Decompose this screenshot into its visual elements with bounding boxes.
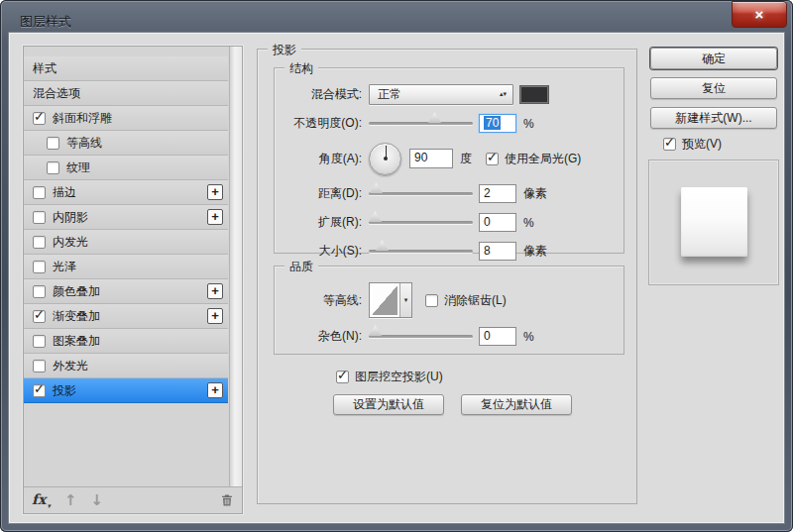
size-slider[interactable] [369, 250, 473, 253]
check-icon: ✓ [34, 109, 45, 124]
title-bar[interactable]: 图层样式 × [0, 0, 793, 32]
quality-group-title: 品质 [284, 259, 318, 275]
sidebar-item-pattern-overlay[interactable]: 图案叠加 [24, 329, 228, 354]
angle-dial[interactable] [369, 143, 401, 175]
delete-effect-button[interactable] [220, 493, 234, 507]
sidebar-item-label: 投影 [53, 382, 76, 399]
effects-list-scrollbar[interactable] [229, 47, 242, 486]
checkbox[interactable]: ✓ [336, 371, 349, 383]
layer-knockout-checkbox[interactable]: ✓ 图层挖空投影(U) [336, 369, 443, 385]
spread-input[interactable]: 0 [479, 213, 516, 232]
sidebar-item-drop-shadow[interactable]: ✓ 投影 + [24, 378, 228, 403]
sidebar-item-contour[interactable]: 等高线 [24, 131, 228, 156]
checkbox[interactable]: ✓ [33, 310, 46, 323]
sidebar-item-label: 样式 [33, 60, 57, 77]
contour-picker[interactable]: ▾ [369, 282, 412, 318]
fx-label: fx [32, 491, 46, 507]
add-effect-button[interactable]: + [207, 283, 223, 299]
add-effect-button[interactable]: + [207, 184, 223, 200]
move-effect-down-button[interactable]: ↓ [90, 491, 103, 509]
sidebar-item-satin[interactable]: 光泽 [24, 255, 228, 279]
sidebar-item-label: 内发光 [53, 234, 88, 251]
checkbox[interactable] [33, 335, 46, 348]
anti-alias-checkbox[interactable]: 消除锯齿(L) [425, 292, 507, 309]
opacity-row: 不透明度(O): 70 % [275, 111, 623, 136]
sidebar-item-label: 外发光 [53, 358, 88, 374]
defaults-button-row: 设置为默认值 复位为默认值 [333, 394, 572, 415]
style-preview-panel [648, 160, 779, 285]
sidebar-item-label: 纹理 [66, 160, 90, 176]
move-effect-up-button[interactable]: ↑ [64, 491, 77, 509]
sidebar-item-outer-glow[interactable]: 外发光 [24, 354, 228, 378]
opacity-input[interactable]: 70 [479, 114, 516, 133]
close-button[interactable]: × [732, 1, 787, 28]
checkbox[interactable] [47, 161, 59, 174]
slider-thumb[interactable] [369, 325, 382, 336]
size-label: 大小(S): [275, 243, 362, 260]
slider-thumb[interactable] [369, 211, 382, 222]
checkbox[interactable] [33, 285, 46, 298]
contour-thumbnail [372, 285, 397, 315]
checkbox[interactable] [33, 236, 46, 249]
spread-slider[interactable] [369, 221, 473, 224]
noise-slider[interactable] [369, 335, 473, 338]
checkbox[interactable] [47, 137, 59, 150]
angle-unit: 度 [460, 151, 472, 167]
size-input[interactable]: 8 [479, 242, 516, 261]
quality-group: 品质 等高线: ▾ 消除锯齿(L) 杂色(N): [274, 266, 624, 355]
checkbox[interactable] [33, 261, 46, 273]
noise-input[interactable]: 0 [479, 327, 516, 346]
updown-arrows-icon: ▴▾ [500, 92, 507, 97]
slider-thumb[interactable] [428, 112, 441, 123]
sidebar-item-color-overlay[interactable]: 颜色叠加 + [24, 279, 228, 304]
noise-value: 0 [484, 329, 491, 343]
sidebar-item-styles[interactable]: 样式 [24, 56, 228, 81]
preview-checkbox[interactable]: ✓ 预览(V) [663, 136, 722, 153]
sidebar-item-stroke[interactable]: 描边 + [24, 180, 228, 205]
checkbox[interactable]: ✓ [33, 112, 46, 125]
sidebar-item-bevel-emboss[interactable]: ✓ 斜面和浮雕 [24, 106, 228, 131]
fx-menu-button[interactable]: fx▾ [32, 491, 51, 510]
slider-thumb[interactable] [376, 240, 389, 251]
reset-button[interactable]: 复位 [650, 77, 777, 99]
checkbox[interactable] [33, 211, 46, 224]
style-preview-thumbnail [681, 187, 747, 257]
checkbox[interactable]: ✓ [33, 384, 46, 397]
sidebar-item-gradient-overlay[interactable]: ✓ 渐变叠加 + [24, 304, 228, 329]
drop-shadow-panel: 投影 结构 混合模式: 正常 ▴▾ 不透明度(O): 70 [257, 49, 637, 504]
add-effect-button[interactable]: + [207, 382, 223, 398]
sidebar-item-inner-glow[interactable]: 内发光 [24, 230, 228, 255]
make-default-button[interactable]: 设置为默认值 [333, 394, 444, 415]
sidebar-item-label: 描边 [53, 184, 76, 201]
layer-knockout-label: 图层挖空投影(U) [355, 369, 443, 385]
distance-value: 2 [484, 186, 491, 200]
checkbox[interactable] [33, 186, 46, 199]
angle-input[interactable]: 90 [409, 149, 453, 168]
sidebar-item-blending-options[interactable]: 混合选项 [24, 81, 228, 106]
structure-group: 结构 混合模式: 正常 ▴▾ 不透明度(O): 70 % [274, 67, 624, 254]
size-row: 大小(S): 8 像素 [275, 239, 623, 264]
checkbox[interactable] [33, 360, 46, 372]
sidebar-item-texture[interactable]: 纹理 [24, 156, 228, 180]
shadow-color-swatch[interactable] [519, 85, 549, 104]
add-effect-button[interactable]: + [207, 308, 223, 324]
add-effect-button[interactable]: + [207, 209, 223, 225]
ok-button[interactable]: 确定 [650, 48, 777, 69]
check-icon: ✓ [337, 368, 348, 382]
anti-alias-label: 消除锯齿(L) [444, 292, 507, 309]
checkbox[interactable]: ✓ [663, 138, 676, 151]
checkbox[interactable] [425, 294, 438, 307]
checkbox[interactable]: ✓ [486, 153, 499, 165]
opacity-slider[interactable] [369, 122, 473, 125]
blend-mode-select[interactable]: 正常 ▴▾ [369, 84, 513, 105]
use-global-light-checkbox[interactable]: ✓ 使用全局光(G) [486, 151, 581, 167]
distance-slider[interactable] [369, 192, 473, 195]
noise-row: 杂色(N): 0 % [275, 324, 623, 349]
reset-default-button[interactable]: 复位为默认值 [461, 394, 572, 415]
distance-input[interactable]: 2 [479, 184, 516, 203]
new-style-button[interactable]: 新建样式(W)... [650, 107, 777, 129]
blend-mode-label: 混合模式: [275, 86, 362, 103]
sidebar-item-inner-shadow[interactable]: 内阴影 + [24, 205, 228, 230]
slider-thumb[interactable] [370, 182, 383, 193]
opacity-label: 不透明度(O): [275, 115, 362, 132]
